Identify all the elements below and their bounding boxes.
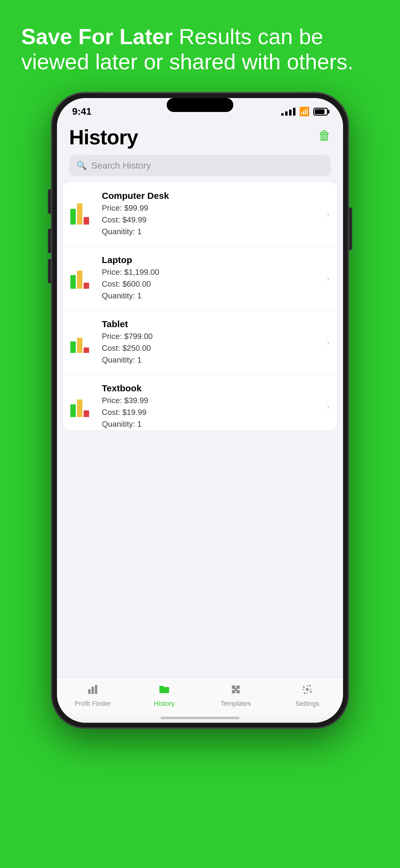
bar-red	[84, 347, 89, 353]
status-icons: 📶	[281, 106, 328, 117]
item-name: Computer Desk	[102, 191, 324, 201]
tab-settings-label: Settings	[295, 700, 319, 708]
app-header: History 🗑	[57, 119, 343, 152]
tab-templates-label: Templates	[221, 700, 251, 708]
wifi-icon: 📶	[299, 106, 310, 117]
tab-profit-finder[interactable]: Profit Finder	[57, 684, 128, 708]
bar-green	[70, 341, 76, 353]
phone-frame: 9:41 📶 History 🗑	[52, 93, 348, 728]
tab-bar: Profit Finder History	[57, 678, 343, 717]
item-price: Price: $39.99	[102, 395, 324, 406]
phone-screen: 9:41 📶 History 🗑	[57, 98, 343, 723]
item-info: Tablet Price: $799.00 Cost: $250.00 Quan…	[102, 319, 324, 366]
list-item[interactable]: Laptop Price: $1,199.00 Cost: $600.00 Qu…	[63, 246, 337, 311]
item-name: Laptop	[102, 255, 324, 265]
bar-green	[70, 404, 76, 417]
chevron-icon: ›	[327, 401, 330, 412]
gear-icon	[302, 684, 313, 698]
signal-dots	[281, 108, 295, 116]
spacer	[57, 430, 343, 678]
status-time: 9:41	[72, 106, 91, 117]
signal-dot-3	[289, 110, 291, 116]
chart-icon	[70, 332, 94, 353]
tab-settings[interactable]: Settings	[272, 684, 343, 708]
dynamic-island	[167, 98, 233, 112]
signal-dot-2	[285, 112, 288, 116]
item-price: Price: $1,199.00	[102, 266, 324, 278]
signal-dot-1	[281, 113, 284, 116]
list-item[interactable]: Textbook Price: $39.99 Cost: $19.99 Quan…	[63, 375, 337, 430]
battery-icon	[313, 108, 328, 116]
bar-green	[70, 275, 76, 289]
item-cost: Cost: $19.99	[102, 406, 324, 418]
bar-yellow	[77, 271, 82, 289]
trash-button[interactable]: 🗑	[318, 128, 331, 143]
page-title: History	[69, 125, 138, 149]
search-icon: 🔍	[76, 160, 87, 170]
bar-yellow	[77, 338, 82, 353]
chart-icon	[70, 204, 94, 224]
bar-red	[84, 410, 89, 417]
svg-rect-1	[91, 687, 94, 694]
item-info: Laptop Price: $1,199.00 Cost: $600.00 Qu…	[102, 255, 324, 302]
bar-red	[84, 283, 89, 289]
item-quantity: Quanitity: 1	[102, 226, 324, 238]
item-price: Price: $99.99	[102, 202, 324, 214]
item-name: Textbook	[102, 383, 324, 394]
bar-yellow	[77, 204, 82, 224]
item-info: Textbook Price: $39.99 Cost: $19.99 Quan…	[102, 383, 324, 430]
chevron-icon: ›	[327, 337, 330, 347]
chart-icon	[70, 396, 94, 417]
puzzle-icon	[230, 684, 241, 698]
item-cost: Cost: $600.00	[102, 278, 324, 290]
tab-history[interactable]: History	[128, 684, 200, 708]
bar-chart-icon	[87, 684, 98, 698]
list-item[interactable]: Computer Desk Price: $99.99 Cost: $49.99…	[63, 182, 337, 246]
chevron-icon: ›	[327, 209, 330, 219]
item-price: Price: $799.00	[102, 331, 324, 342]
item-quantity: Quanitity: 1	[102, 354, 324, 366]
svg-rect-2	[95, 685, 97, 694]
svg-point-3	[306, 688, 309, 691]
home-indicator	[161, 717, 239, 719]
item-quantity: Quanitity: 1	[102, 418, 324, 430]
svg-rect-0	[88, 689, 91, 694]
item-cost: Cost: $250.00	[102, 342, 324, 354]
history-list: Computer Desk Price: $99.99 Cost: $49.99…	[63, 182, 337, 430]
bar-yellow	[77, 400, 82, 417]
item-info: Computer Desk Price: $99.99 Cost: $49.99…	[102, 191, 324, 238]
search-placeholder: Search History	[91, 160, 151, 171]
tab-history-label: History	[154, 700, 175, 708]
chevron-icon: ›	[327, 273, 330, 283]
tab-templates[interactable]: Templates	[200, 684, 272, 708]
bar-green	[70, 209, 76, 224]
chart-icon	[70, 268, 94, 289]
tagline: Save For Later Results can be viewed lat…	[0, 0, 400, 93]
item-cost: Cost: $49.99	[102, 214, 324, 226]
item-quantity: Quanitity: 1	[102, 290, 324, 302]
search-bar[interactable]: 🔍 Search History	[69, 155, 331, 176]
bar-red	[84, 217, 89, 224]
search-container: 🔍 Search History	[57, 152, 343, 182]
app-content: History 🗑 🔍 Search History	[57, 119, 343, 723]
signal-dot-4	[293, 108, 295, 116]
folder-icon	[159, 684, 170, 698]
tagline-bold: Save For Later	[21, 25, 173, 49]
battery-fill	[315, 109, 324, 114]
list-item[interactable]: Tablet Price: $799.00 Cost: $250.00 Quan…	[63, 311, 337, 375]
tab-profit-finder-label: Profit Finder	[75, 700, 111, 708]
item-name: Tablet	[102, 319, 324, 329]
